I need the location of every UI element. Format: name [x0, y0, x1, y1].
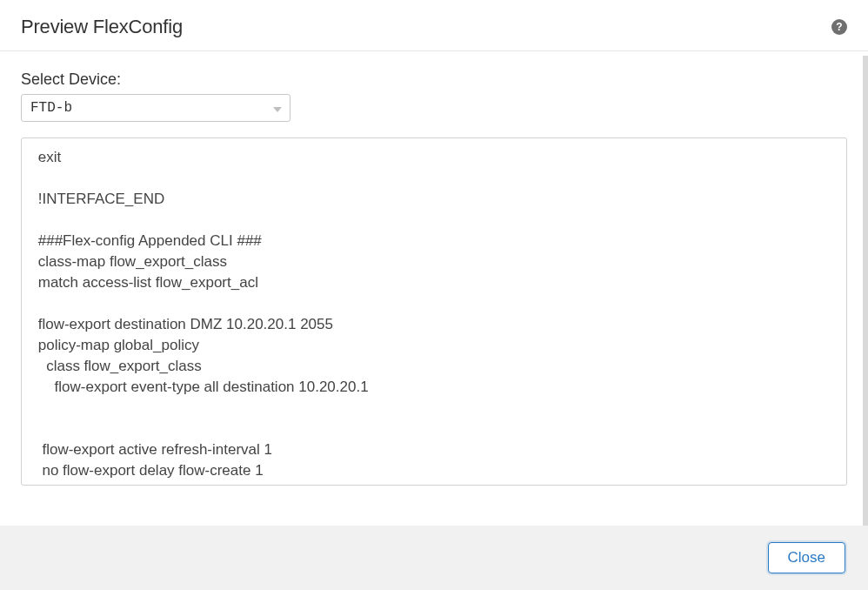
dialog-title: Preview FlexConfig — [21, 16, 183, 38]
device-select[interactable]: FTD-b — [21, 94, 290, 122]
dialog-footer: Close — [0, 526, 868, 590]
config-output-text: exit !INTERFACE_END ###Flex-config Appen… — [34, 147, 834, 486]
help-icon[interactable]: ? — [831, 19, 847, 35]
device-select-value: FTD-b — [30, 100, 72, 116]
scrollbar-vertical[interactable] — [863, 56, 868, 526]
dialog-header: Preview FlexConfig ? — [0, 0, 868, 51]
select-device-label: Select Device: — [21, 70, 847, 89]
device-select-wrap: FTD-b — [21, 94, 290, 122]
dialog-body: Select Device: FTD-b exit !INTERFACE_END… — [0, 51, 868, 486]
config-output-box[interactable]: exit !INTERFACE_END ###Flex-config Appen… — [21, 137, 847, 486]
close-button[interactable]: Close — [768, 542, 845, 573]
